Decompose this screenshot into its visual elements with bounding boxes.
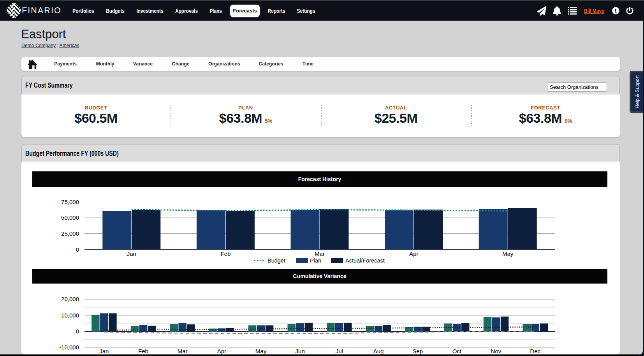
svg-text:75,000: 75,000 bbox=[61, 199, 79, 205]
svg-text:Dec: Dec bbox=[530, 348, 540, 354]
svg-text:Oct: Oct bbox=[452, 348, 462, 354]
svg-text:Jan: Jan bbox=[99, 348, 109, 354]
svg-text:50,000: 50,000 bbox=[61, 214, 79, 221]
svg-text:0: 0 bbox=[76, 246, 79, 253]
svg-text:Mar: Mar bbox=[178, 348, 188, 354]
svg-text:Aug: Aug bbox=[373, 348, 384, 354]
svg-text:Feb: Feb bbox=[220, 250, 231, 257]
svg-text:Mar: Mar bbox=[315, 250, 325, 257]
svg-text:May: May bbox=[502, 250, 514, 257]
svg-text:Apr: Apr bbox=[217, 348, 226, 354]
svg-text:Actual/Forecast: Actual/Forecast bbox=[345, 257, 385, 264]
svg-text:Forecast History: Forecast History bbox=[298, 176, 341, 182]
svg-text:25,000: 25,000 bbox=[61, 230, 79, 237]
svg-text:20,000: 20,000 bbox=[61, 296, 79, 302]
svg-text:Jul: Jul bbox=[336, 348, 343, 354]
svg-text:Sep: Sep bbox=[412, 348, 423, 354]
svg-text:-10,000: -10,000 bbox=[59, 344, 79, 351]
svg-text:Jan: Jan bbox=[127, 250, 136, 257]
svg-text:Plan: Plan bbox=[310, 257, 321, 264]
svg-text:0: 0 bbox=[76, 328, 79, 335]
svg-text:Apr: Apr bbox=[409, 250, 418, 257]
svg-text:Nov: Nov bbox=[491, 348, 501, 354]
svg-text:Cumulative Variance: Cumulative Variance bbox=[293, 273, 347, 279]
svg-text:May: May bbox=[255, 348, 267, 354]
svg-text:10,000: 10,000 bbox=[61, 312, 79, 319]
svg-text:Feb: Feb bbox=[138, 348, 148, 354]
svg-text:Jun: Jun bbox=[296, 348, 305, 354]
svg-text:Budget: Budget bbox=[267, 257, 285, 264]
